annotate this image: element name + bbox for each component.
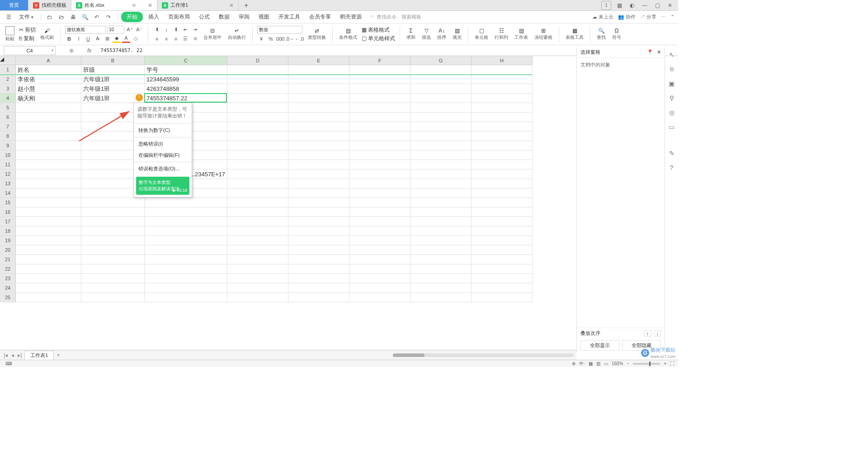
cell-F23[interactable] [349,274,410,283]
cell-C24[interactable] [145,283,227,293]
cell-F18[interactable] [349,226,410,236]
find-group[interactable]: 🔍查找 [595,28,608,41]
cell-E24[interactable] [288,283,349,293]
menu-tab-view[interactable]: 视图 [255,12,273,22]
cell-A22[interactable] [16,264,81,274]
cell-D22[interactable] [227,264,288,274]
indent-inc-icon[interactable]: ⇥ [191,26,199,34]
sum-group[interactable]: Σ求和 [405,28,417,41]
zoom-in-icon[interactable]: + [664,361,666,366]
cell-C15[interactable] [145,198,227,207]
cell-H19[interactable] [472,236,533,245]
cell-A14[interactable] [16,188,81,198]
minimize-icon[interactable]: — [640,1,649,10]
cell-F15[interactable] [349,198,410,207]
pin-icon[interactable]: 📍 [647,49,653,55]
cell-G21[interactable] [410,255,472,264]
cell-G13[interactable] [410,179,472,188]
cell-C2[interactable]: 1234645599 [145,75,227,84]
format-painter-group[interactable]: 🖌格式刷 [38,28,56,41]
cell-H5[interactable] [472,103,533,113]
fullscreen-icon[interactable]: ⛶ [670,361,675,366]
menu-tab-insert[interactable]: 插入 [145,12,163,22]
cell-A10[interactable] [16,150,81,160]
close-icon[interactable]: ✕ [148,2,152,9]
cell-F4[interactable] [349,94,410,103]
row-header-7[interactable]: 7 [0,122,16,132]
cell-B24[interactable] [81,283,145,293]
menu-tab-templates[interactable]: 稻壳资源 [336,12,365,22]
cell-B4[interactable]: 六年级1班 [81,94,145,103]
cell-A8[interactable] [16,132,81,141]
cell-C18[interactable] [145,226,227,236]
cell-F16[interactable] [349,207,410,217]
row-header-24[interactable]: 24 [0,283,16,293]
row-header-10[interactable]: 10 [0,150,16,160]
cell-E21[interactable] [288,255,349,264]
undo-icon[interactable]: ↶ [92,12,102,22]
formula-input[interactable]: 7455374857. 22 [100,47,142,53]
cell-C4[interactable]: 7455374857.22 [145,94,227,103]
help-icon[interactable]: ? [668,164,676,172]
collab-button[interactable]: 👥 协作 [618,14,636,20]
cell-B18[interactable] [81,226,145,236]
badge-1-icon[interactable]: 1 [601,1,611,10]
select-icon[interactable]: ↖ [668,51,676,59]
row-header-17[interactable]: 17 [0,217,16,226]
cell-A24[interactable] [16,283,81,293]
cell-E5[interactable] [288,103,349,113]
cell-E16[interactable] [288,207,349,217]
menu-tab-layout[interactable]: 页面布局 [165,12,193,22]
print-preview-icon[interactable]: 🔍 [80,12,90,22]
cell-B3[interactable]: 六年级1班 [81,84,145,94]
zoom-slider[interactable] [633,363,660,365]
cn-icon[interactable]: 中· [579,361,585,367]
redo-icon[interactable]: ↷ [104,12,113,22]
tab-home[interactable]: 首页 [0,0,28,10]
cell-E13[interactable] [288,179,349,188]
row-header-23[interactable]: 23 [0,274,16,283]
hamburger-icon[interactable]: ☰ [4,12,14,22]
cell-F10[interactable] [349,150,410,160]
clear-format-icon[interactable]: ◇ [132,35,140,43]
percent-icon[interactable]: % [267,35,275,43]
cell-A16[interactable] [16,207,81,217]
cell-D20[interactable] [227,245,288,255]
cell-F19[interactable] [349,236,410,245]
cell-C3[interactable]: 4263748858 [145,84,227,94]
cell-H17[interactable] [472,217,533,226]
select-all-corner[interactable]: ◢ [0,56,16,65]
cell-A15[interactable] [16,198,81,207]
cell-G2[interactable] [410,75,472,84]
strike-icon[interactable]: A̶ [94,35,102,43]
menu-tab-data[interactable]: 数据 [215,12,233,22]
cell-E1[interactable] [288,65,349,75]
cell-A1[interactable]: 姓名 [16,65,81,75]
cell-D21[interactable] [227,255,288,264]
align-right-icon[interactable]: ≡ [172,35,180,43]
cell-E10[interactable] [288,150,349,160]
cell-B1[interactable]: 班级 [81,65,145,75]
cell-G17[interactable] [410,217,472,226]
increase-font-icon[interactable]: A⁺ [126,26,134,34]
col-header-D[interactable]: D [227,56,288,65]
cell-G1[interactable] [410,65,472,75]
cell-group[interactable]: ▢单元格 [473,28,490,41]
view-break-icon[interactable]: ▭ [604,361,608,366]
cell-H10[interactable] [472,150,533,160]
cell-D23[interactable] [227,274,288,283]
cell-F25[interactable] [349,293,410,302]
menu-tab-start[interactable]: 开始 [121,12,143,22]
copy-icon[interactable]: ⎘ [19,35,22,42]
save-icon[interactable]: 🗀 [45,12,55,22]
close-pane-icon[interactable]: ✕ [657,49,661,55]
menu-file[interactable]: 文件 ▾ [15,12,37,22]
zoom-level[interactable]: 160% [612,361,623,366]
col-header-H[interactable]: H [472,56,533,65]
cell-H4[interactable] [472,94,533,103]
align-left-icon[interactable]: ≡ [153,35,161,43]
cell-C1[interactable]: 学号 [145,65,227,75]
cell-H12[interactable] [472,169,533,179]
name-box[interactable]: C4 [4,46,56,55]
fill-color-icon[interactable]: ◆ [113,35,121,43]
